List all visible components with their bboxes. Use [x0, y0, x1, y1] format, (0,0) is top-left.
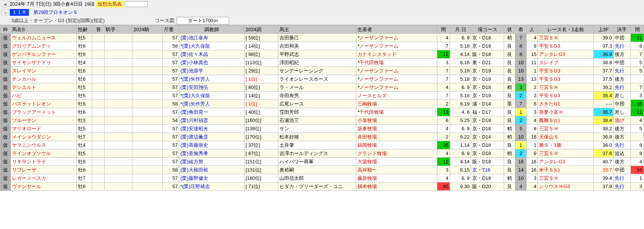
table-row[interactable]: 仮デシエルト牡557(栗)安田翔伍[ 80位]ラ・メール*ノーザンファーム46.… [0, 83, 644, 92]
col-pos[interactable]: 着 [515, 26, 527, 34]
jride-cell [132, 83, 162, 92]
col-jride[interactable]: 2024騎 [132, 26, 162, 34]
table-row[interactable]: 仮スレイマン牡657(栗)池添学[ 29位]サンデーレーシング*ノーザンファーム… [0, 67, 644, 75]
gap-cell: 3 [437, 59, 450, 67]
date-cell: 1.14 [450, 141, 471, 149]
sex-cell: 牡7 [77, 174, 92, 182]
table-row[interactable]: 仮ヤマニンウルス牡457(栗)斉藤崇史[ 37位]土井肇錦岡牧場251.14京・… [0, 141, 644, 149]
kari-cell: 仮 [0, 125, 11, 133]
table-row[interactable]: 仮リキサントライ牡657(栗)緒方努[151位]ハイパワー商事大栄牧場124.1… [0, 158, 644, 166]
table-row[interactable]: 仮マリオロード牡557(栗)安達昭夫[138位]サン坂東牧場46. 9京・D18… [0, 125, 644, 133]
table-row[interactable]: 仮サイモンザナドゥ牡457(栗)小林真也[113位]澤田昭紀*千代田牧場36.1… [0, 59, 644, 67]
trainer-cell: (栗)緒方努 [179, 158, 245, 166]
style-cell: 先行 [613, 83, 630, 92]
change-cell [92, 92, 104, 100]
table-row[interactable]: 仮ブルーサン牡354(栗)川村禎彦[160位]石瀬浩三小泉牧場65.25京・D1… [0, 116, 644, 125]
gap2-cell: 5 [631, 59, 644, 67]
table-row[interactable]: 仮メイショウダジン牡757(栗)渡辺薫彦[170位]松本好雄赤田牧場26.22京… [0, 133, 644, 141]
pos-cell: 1 [515, 108, 527, 116]
gap2-cell: 11 [631, 108, 644, 116]
weight-cell: 57 [163, 83, 179, 92]
table-row[interactable]: 仮リプレーザ牡658(栗)大根田裕[131位]奥裕嗣高岸順一36.15京・T16… [0, 166, 644, 174]
gap-cell: 6 [437, 116, 450, 125]
col-heads[interactable]: 人 [527, 26, 538, 34]
table-row[interactable]: 仮グロリアムンディ牡658*(栗)大久保龍[ 14位]吉田和美*ノーザンファーム… [0, 42, 644, 50]
table-row[interactable]: 仮レガーメペスカ牡757(栗)藤野健太[180位]山田信太郎藤原牧場46. 9京… [0, 174, 644, 182]
horse-name-cell: レガーメペスカ [11, 174, 77, 182]
col-name[interactable]: 馬名S [11, 26, 77, 34]
jride-cell [132, 125, 162, 133]
owner-cell: 吉澤ホールディングス [278, 149, 356, 158]
jride-cell [132, 149, 162, 158]
col-gap[interactable]: 間 [437, 26, 450, 34]
arrow-icon[interactable]: ◀ [2, 1, 8, 8]
entry-table: 枠 馬名S 性齢 替 騎手 2024騎 斤量 調教師 2024調 馬主 生産者 … [0, 25, 644, 191]
table-row[interactable]: 仮ブラックアーメット牡657(栗)角田晃一[ 40位]窪田芳郎*千代田牧場134… [0, 108, 644, 116]
jockey-cell [104, 108, 132, 116]
trainer-cell: (栗)大根田裕 [179, 166, 245, 174]
weight-cell: 58 [163, 42, 179, 50]
col-owner[interactable]: 馬主 [278, 26, 356, 34]
table-row[interactable]: 仮ハピ牡557*(栗)大久保龍[ 14位]寺田寿男ノースヒルズ75.18京・D1… [0, 92, 644, 100]
kari-cell: 仮 [0, 42, 11, 50]
trank-cell: [138位] [244, 125, 278, 133]
kari-cell: 仮 [0, 59, 11, 67]
kari-cell: 仮 [0, 133, 11, 141]
col-change[interactable]: 替 [92, 26, 104, 34]
lastrace-cell: 三宮ＳＨ [538, 34, 593, 42]
gap-cell: 13 [437, 108, 450, 116]
owner-cell: ライオンレースホース [278, 75, 356, 83]
breeder-cell: 錦岡牧場 [356, 141, 437, 149]
table-row[interactable]: 仮ウェルカムニュース牡557(栗)池江泰寿[ 59位]吉田勝己*ノーザンファーム… [0, 34, 644, 42]
heads-cell: 9 [527, 42, 538, 50]
col-sex[interactable]: 性齢 [77, 26, 92, 34]
col-lrace[interactable]: レース名・1走前 [538, 26, 593, 34]
col-jockey[interactable]: 騎手 [104, 26, 132, 34]
heads-cell: 1 [527, 67, 538, 75]
col-trank[interactable]: 2024調 [244, 26, 278, 34]
table-row[interactable]: 仮テンカハル牡657*(栗)矢作芳人[ 1位]ライオンレースホース*ノーザンファ… [0, 75, 644, 83]
style-cell: 差し [613, 108, 630, 116]
lastrace-cell: 平安ＳG3 [538, 42, 593, 50]
col-cond[interactable]: 状 [504, 26, 515, 34]
cond-cell: 良 [504, 182, 515, 191]
course-box[interactable]: ダート1700ｍ [177, 17, 229, 24]
owner-cell: 山田信太郎 [278, 174, 356, 182]
table-row[interactable]: 仮バスラットレオン牡658*(栗)矢作芳人[ 1位]広尾レース三嶋牧場26.19… [0, 100, 644, 108]
weight-cell: 57 [163, 125, 179, 133]
pos-cell: 8 [515, 42, 527, 50]
export-icon[interactable]: ↘ [2, 9, 8, 16]
weight-cell: 54 [163, 116, 179, 125]
filter-input[interactable] [125, 1, 147, 7]
col-gap2[interactable]: 間 [631, 26, 644, 34]
col-breeder[interactable]: 生産者 [356, 26, 437, 34]
race-name[interactable]: 第29回プロキオンＳ [33, 9, 78, 16]
col-track[interactable]: 場コース [471, 26, 504, 34]
table-row[interactable]: 仮ラインオブソウル牡557(栗)音無秀孝[ 87位]吉澤ホールディングスグランド… [0, 149, 644, 158]
f3-cell: 40.7 [593, 158, 613, 166]
jockey-cell [104, 67, 132, 75]
style-cell: 先行 [613, 182, 630, 191]
col-f3[interactable]: 上3F [593, 26, 613, 34]
col-frame[interactable]: 枠 [0, 26, 11, 34]
table-row[interactable]: 仮ヴァンヤール牡657*(栗)庄野靖志[ 71位]ヒダカ・ブリーダーズ・ユニ槇本… [0, 182, 644, 191]
table-row[interactable]: 仮ゲンパチルシファー牡857(栗)佐々木晶[ 98位]平野武志カナイシスタッド1… [0, 50, 644, 59]
col-style[interactable]: 決手 [613, 26, 630, 34]
gap-cell: 7 [437, 67, 450, 75]
jockey-cell [104, 158, 132, 166]
jockey-cell [104, 42, 132, 50]
owner-cell: ラ・メール [278, 83, 356, 92]
col-trainer[interactable]: 調教師 [179, 26, 245, 34]
kari-cell: 仮 [0, 141, 11, 149]
gap2-cell [631, 75, 644, 83]
race-meeting: 3回小倉4日目 [53, 1, 83, 8]
col-md[interactable]: 月.日 [450, 26, 471, 34]
pos-cell: 7 [515, 100, 527, 108]
col-wt[interactable]: 斤量 [163, 26, 179, 34]
trainer-cell: (栗)音無秀孝 [179, 149, 245, 158]
gap-cell: 3 [437, 166, 450, 174]
horse-name-cell: バスラットレオン [11, 100, 77, 108]
breeder-cell: カナイシスタッド [356, 50, 437, 59]
trainer-cell: (栗)川村禎彦 [179, 116, 245, 125]
date-cell: 4. 6 [450, 108, 471, 116]
